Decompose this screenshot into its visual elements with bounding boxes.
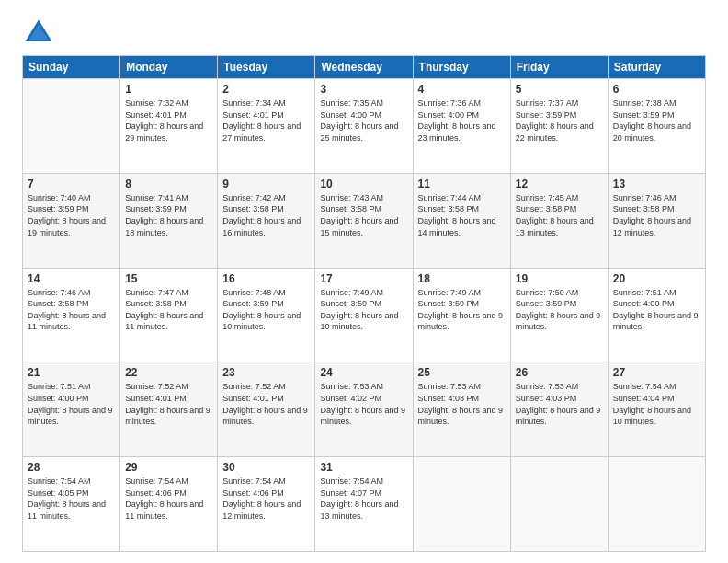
day-info: Sunrise: 7:53 AM Sunset: 4:03 PM Dayligh… bbox=[418, 381, 506, 427]
daylight-text: Daylight: 8 hours and 18 minutes. bbox=[125, 215, 212, 238]
calendar-cell: 7 Sunrise: 7:40 AM Sunset: 3:59 PM Dayli… bbox=[23, 173, 120, 268]
daylight-text: Daylight: 8 hours and 16 minutes. bbox=[222, 215, 310, 238]
sunset-text: Sunset: 3:58 PM bbox=[418, 203, 506, 215]
sunrise-text: Sunrise: 7:54 AM bbox=[222, 476, 310, 488]
day-number: 29 bbox=[125, 461, 212, 474]
sunrise-text: Sunrise: 7:54 AM bbox=[125, 476, 212, 488]
sunrise-text: Sunrise: 7:53 AM bbox=[320, 381, 407, 393]
day-number: 24 bbox=[320, 366, 407, 379]
calendar-cell: 23 Sunrise: 7:52 AM Sunset: 4:01 PM Dayl… bbox=[218, 362, 315, 457]
weekday-header: Saturday bbox=[608, 56, 705, 79]
sunset-text: Sunset: 4:07 PM bbox=[320, 488, 407, 500]
header bbox=[22, 17, 706, 50]
sunset-text: Sunset: 3:59 PM bbox=[125, 203, 212, 215]
day-number: 16 bbox=[222, 272, 310, 285]
sunrise-text: Sunrise: 7:46 AM bbox=[613, 192, 700, 204]
day-number: 31 bbox=[320, 461, 407, 474]
sunset-text: Sunset: 3:59 PM bbox=[222, 298, 310, 310]
calendar-cell: 21 Sunrise: 7:51 AM Sunset: 4:00 PM Dayl… bbox=[23, 362, 120, 457]
calendar-cell: 29 Sunrise: 7:54 AM Sunset: 4:06 PM Dayl… bbox=[120, 457, 218, 552]
page: SundayMondayTuesdayWednesdayThursdayFrid… bbox=[0, 0, 728, 563]
sunrise-text: Sunrise: 7:41 AM bbox=[125, 192, 212, 204]
sunset-text: Sunset: 3:59 PM bbox=[516, 298, 603, 310]
sunrise-text: Sunrise: 7:51 AM bbox=[613, 287, 700, 299]
sunrise-text: Sunrise: 7:36 AM bbox=[418, 98, 506, 109]
day-number: 7 bbox=[28, 178, 115, 190]
sunset-text: Sunset: 4:01 PM bbox=[222, 393, 310, 405]
day-info: Sunrise: 7:53 AM Sunset: 4:02 PM Dayligh… bbox=[320, 381, 407, 427]
sunrise-text: Sunrise: 7:35 AM bbox=[320, 98, 407, 109]
sunrise-text: Sunrise: 7:40 AM bbox=[28, 192, 115, 204]
day-number: 13 bbox=[613, 178, 700, 190]
calendar-cell: 19 Sunrise: 7:50 AM Sunset: 3:59 PM Dayl… bbox=[510, 268, 608, 362]
sunrise-text: Sunrise: 7:46 AM bbox=[28, 287, 115, 299]
calendar-cell: 28 Sunrise: 7:54 AM Sunset: 4:05 PM Dayl… bbox=[23, 457, 120, 552]
calendar-week-row: 21 Sunrise: 7:51 AM Sunset: 4:00 PM Dayl… bbox=[23, 362, 706, 457]
sunrise-text: Sunrise: 7:49 AM bbox=[418, 287, 506, 299]
sunset-text: Sunset: 4:00 PM bbox=[613, 298, 700, 310]
weekday-header: Tuesday bbox=[218, 56, 315, 79]
day-info: Sunrise: 7:47 AM Sunset: 3:58 PM Dayligh… bbox=[125, 287, 212, 333]
daylight-text: Daylight: 8 hours and 10 minutes. bbox=[222, 310, 310, 333]
day-info: Sunrise: 7:35 AM Sunset: 4:00 PM Dayligh… bbox=[320, 98, 407, 144]
calendar-cell: 5 Sunrise: 7:37 AM Sunset: 3:59 PM Dayli… bbox=[510, 79, 608, 174]
day-info: Sunrise: 7:51 AM Sunset: 4:00 PM Dayligh… bbox=[28, 381, 115, 427]
calendar-cell bbox=[608, 457, 705, 552]
calendar-cell bbox=[23, 79, 120, 174]
sunrise-text: Sunrise: 7:51 AM bbox=[28, 381, 115, 393]
calendar-cell: 18 Sunrise: 7:49 AM Sunset: 3:59 PM Dayl… bbox=[413, 268, 510, 362]
calendar-cell: 4 Sunrise: 7:36 AM Sunset: 4:00 PM Dayli… bbox=[413, 79, 510, 174]
day-number: 4 bbox=[418, 83, 506, 96]
calendar-cell: 3 Sunrise: 7:35 AM Sunset: 4:00 PM Dayli… bbox=[315, 79, 413, 174]
sunset-text: Sunset: 3:58 PM bbox=[222, 203, 310, 215]
calendar-cell: 15 Sunrise: 7:47 AM Sunset: 3:58 PM Dayl… bbox=[120, 268, 218, 362]
day-info: Sunrise: 7:36 AM Sunset: 4:00 PM Dayligh… bbox=[418, 98, 506, 144]
day-info: Sunrise: 7:54 AM Sunset: 4:04 PM Dayligh… bbox=[613, 381, 700, 427]
daylight-text: Daylight: 8 hours and 9 minutes. bbox=[222, 405, 310, 428]
weekday-header: Thursday bbox=[413, 56, 510, 79]
sunset-text: Sunset: 4:01 PM bbox=[125, 393, 212, 405]
day-number: 22 bbox=[125, 366, 212, 379]
daylight-text: Daylight: 8 hours and 11 minutes. bbox=[28, 310, 115, 333]
sunset-text: Sunset: 3:59 PM bbox=[320, 298, 407, 310]
sunrise-text: Sunrise: 7:45 AM bbox=[516, 192, 603, 204]
daylight-text: Daylight: 8 hours and 9 minutes. bbox=[28, 405, 115, 428]
day-info: Sunrise: 7:52 AM Sunset: 4:01 PM Dayligh… bbox=[125, 381, 212, 427]
calendar-table: SundayMondayTuesdayWednesdayThursdayFrid… bbox=[22, 55, 706, 552]
day-number: 15 bbox=[125, 272, 212, 285]
day-info: Sunrise: 7:51 AM Sunset: 4:00 PM Dayligh… bbox=[613, 287, 700, 333]
day-number: 14 bbox=[28, 272, 115, 285]
daylight-text: Daylight: 8 hours and 27 minutes. bbox=[222, 121, 310, 144]
daylight-text: Daylight: 8 hours and 23 minutes. bbox=[418, 121, 506, 144]
day-info: Sunrise: 7:46 AM Sunset: 3:58 PM Dayligh… bbox=[613, 192, 700, 238]
sunrise-text: Sunrise: 7:43 AM bbox=[320, 192, 407, 204]
day-number: 30 bbox=[222, 461, 310, 474]
day-number: 10 bbox=[320, 178, 407, 190]
daylight-text: Daylight: 8 hours and 12 minutes. bbox=[613, 215, 700, 238]
daylight-text: Daylight: 8 hours and 9 minutes. bbox=[125, 405, 212, 428]
calendar-week-row: 28 Sunrise: 7:54 AM Sunset: 4:05 PM Dayl… bbox=[23, 457, 706, 552]
sunrise-text: Sunrise: 7:32 AM bbox=[125, 98, 212, 109]
day-info: Sunrise: 7:54 AM Sunset: 4:05 PM Dayligh… bbox=[28, 476, 115, 522]
daylight-text: Daylight: 8 hours and 14 minutes. bbox=[418, 215, 506, 238]
calendar-cell bbox=[413, 457, 510, 552]
day-number: 18 bbox=[418, 272, 506, 285]
sunset-text: Sunset: 3:58 PM bbox=[613, 203, 700, 215]
sunrise-text: Sunrise: 7:44 AM bbox=[418, 192, 506, 204]
daylight-text: Daylight: 8 hours and 11 minutes. bbox=[125, 499, 212, 522]
calendar-week-row: 14 Sunrise: 7:46 AM Sunset: 3:58 PM Dayl… bbox=[23, 268, 706, 362]
weekday-header: Wednesday bbox=[315, 56, 413, 79]
daylight-text: Daylight: 8 hours and 20 minutes. bbox=[613, 121, 700, 144]
day-info: Sunrise: 7:49 AM Sunset: 3:59 PM Dayligh… bbox=[418, 287, 506, 333]
weekday-header: Sunday bbox=[23, 56, 120, 79]
calendar-cell: 20 Sunrise: 7:51 AM Sunset: 4:00 PM Dayl… bbox=[608, 268, 705, 362]
day-number: 20 bbox=[613, 272, 700, 285]
daylight-text: Daylight: 8 hours and 9 minutes. bbox=[418, 310, 506, 333]
day-number: 28 bbox=[28, 461, 115, 474]
day-info: Sunrise: 7:34 AM Sunset: 4:01 PM Dayligh… bbox=[222, 98, 310, 144]
day-info: Sunrise: 7:38 AM Sunset: 3:59 PM Dayligh… bbox=[613, 98, 700, 144]
sunset-text: Sunset: 3:58 PM bbox=[28, 298, 115, 310]
daylight-text: Daylight: 8 hours and 11 minutes. bbox=[125, 310, 212, 333]
daylight-text: Daylight: 8 hours and 9 minutes. bbox=[516, 405, 603, 428]
sunset-text: Sunset: 4:02 PM bbox=[320, 393, 407, 405]
